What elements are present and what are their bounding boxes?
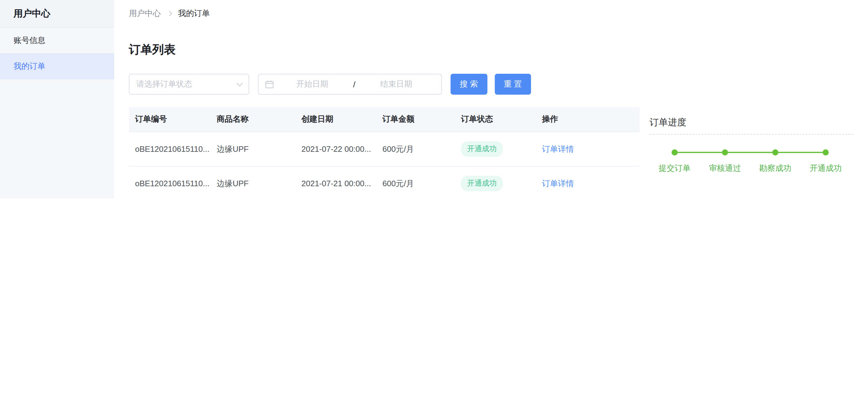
calendar-icon	[265, 80, 274, 88]
column-header: 商品名称	[211, 107, 295, 132]
product-name: 边缘UPF	[211, 132, 295, 166]
column-header: 订单状态	[455, 107, 536, 132]
step-connector-line	[778, 152, 801, 153]
progress-step: 勘察成功	[750, 149, 801, 174]
end-date-input[interactable]: 结束日期	[358, 79, 435, 90]
step-connector-line	[678, 152, 700, 153]
start-date-input[interactable]: 开始日期	[274, 79, 350, 90]
chevron-down-icon	[237, 80, 243, 86]
step-label: 开通成功	[810, 163, 842, 174]
progress-step: 提交订单	[649, 149, 700, 174]
content: 订单列表 请选择订单状态	[114, 27, 868, 198]
created-date: 2021-07-21 00:00...	[295, 166, 376, 198]
step-dot-icon	[823, 149, 829, 155]
column-header: 创建日期	[295, 107, 376, 132]
main-area: 用户中心我的订单 订单列表 请选择订单状态	[114, 0, 868, 198]
sidebar: 用户中心 账号信息我的订单	[0, 0, 114, 198]
reset-button[interactable]: 重 置	[494, 74, 531, 95]
order-amount: 600元/月	[376, 132, 455, 166]
step-label: 提交订单	[659, 163, 691, 174]
sidebar-item[interactable]: 我的订单	[0, 54, 114, 79]
breadcrumb-separator-icon	[167, 11, 172, 16]
search-button[interactable]: 搜 索	[451, 74, 487, 95]
progress-title: 订单进度	[649, 117, 853, 129]
status-badge: 开通成功	[461, 141, 503, 157]
date-separator: /	[353, 80, 355, 89]
step-connector-line	[700, 152, 722, 153]
app: 用户中心 账号信息我的订单 用户中心我的订单 订单列表 请选择订单状态	[0, 0, 868, 198]
order-id: oBE120210615110...	[129, 166, 211, 198]
order-detail-link[interactable]: 订单详情	[542, 144, 574, 153]
column-header: 操作	[536, 107, 640, 132]
table-row: oBE120210615110...边缘UPF2021-07-22 00:00.…	[129, 132, 640, 166]
step-connector-line	[750, 152, 772, 153]
step-connector-line	[728, 152, 750, 153]
step-connector-line	[801, 152, 823, 153]
progress-steps: 提交订单审核通过勘察成功开通成功	[649, 149, 853, 174]
progress-step: 开通成功	[801, 149, 851, 174]
created-date: 2021-07-22 00:00...	[295, 132, 376, 166]
progress-divider	[649, 134, 853, 135]
sidebar-item[interactable]: 账号信息	[0, 28, 114, 54]
sidebar-title: 用户中心	[0, 0, 114, 28]
filter-bar: 请选择订单状态 开始日期 /	[129, 74, 640, 95]
date-range-picker[interactable]: 开始日期 / 结束日期	[258, 74, 442, 95]
table-body: oBE120210615110...边缘UPF2021-07-22 00:00.…	[129, 132, 640, 198]
order-status-placeholder: 请选择订单状态	[136, 79, 192, 90]
step-label: 勘察成功	[760, 163, 791, 174]
sidebar-menu: 账号信息我的订单	[0, 28, 114, 79]
product-name: 边缘UPF	[211, 166, 295, 198]
column-header: 订单编号	[129, 107, 211, 132]
order-detail-link[interactable]: 订单详情	[542, 178, 574, 188]
table-header-row: 订单编号商品名称创建日期订单金额订单状态操作	[129, 107, 640, 132]
step-dot-icon	[672, 149, 678, 155]
column-header: 订单金额	[376, 107, 455, 132]
status-badge: 开通成功	[461, 176, 503, 191]
order-status-select[interactable]: 请选择订单状态	[129, 74, 249, 95]
table-row: oBE120210615110...边缘UPF2021-07-21 00:00.…	[129, 166, 640, 198]
step-label: 审核通过	[709, 163, 741, 174]
order-amount: 600元/月	[376, 166, 455, 198]
breadcrumb-item[interactable]: 用户中心	[129, 8, 161, 19]
step-dot-icon	[772, 149, 778, 155]
breadcrumb-item: 我的订单	[178, 8, 210, 19]
page-title: 订单列表	[129, 42, 640, 58]
step-dot-icon	[722, 149, 728, 155]
orders-section: 订单列表 请选择订单状态	[129, 27, 640, 198]
order-progress-panel: 订单进度 提交订单审核通过勘察成功开通成功	[649, 27, 853, 198]
breadcrumb: 用户中心我的订单	[114, 0, 868, 27]
orders-table: 订单编号商品名称创建日期订单金额订单状态操作 oBE120210615110..…	[129, 107, 640, 198]
order-id: oBE120210615110...	[129, 132, 211, 166]
progress-step: 审核通过	[700, 149, 750, 174]
